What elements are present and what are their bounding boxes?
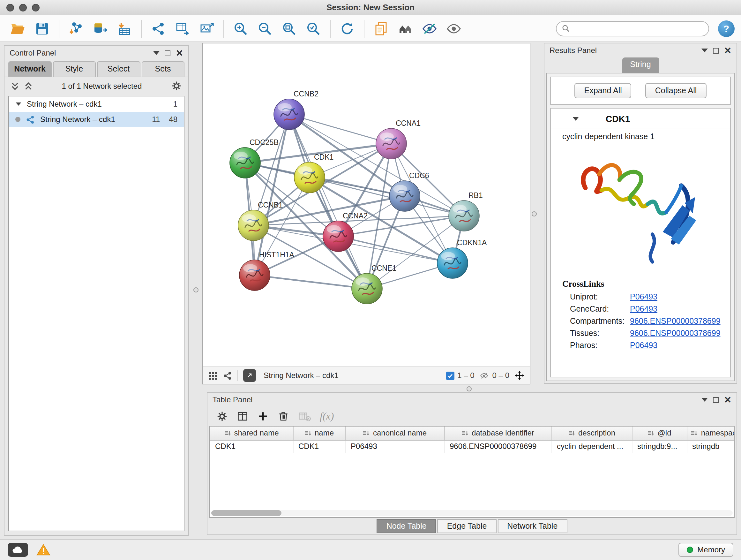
network-node-CDKN1A[interactable] [437,248,468,278]
panel-menu-icon[interactable] [153,51,160,55]
save-session-button[interactable] [30,17,54,39]
function-builder-button[interactable]: f(x) [320,411,334,422]
zoom-out-button[interactable] [253,17,276,39]
import-network-file-button[interactable] [64,17,87,39]
cell-database-identifier[interactable]: 9606.ENSP00000378699 [444,440,551,453]
crosslink-link[interactable]: 9606.ENSP00000378699 [630,317,721,326]
export-table-button[interactable] [171,17,194,39]
search-field[interactable] [556,21,709,36]
protein-card-header[interactable]: CDK1 [551,109,730,128]
first-neighbors-button[interactable] [394,17,417,39]
network-node-CCNB1[interactable] [238,210,269,241]
tab-string[interactable]: String [622,57,659,73]
horizontal-scrollbar[interactable] [211,510,733,516]
tab-select[interactable]: Select [97,61,140,77]
zoom-selected-button[interactable] [302,17,325,39]
network-node-CDC6[interactable] [389,181,420,211]
detach-view-button[interactable] [243,369,256,382]
splitter-handle[interactable] [193,287,199,293]
help-button[interactable]: ? [718,20,735,37]
collection-expander-icon[interactable] [16,103,21,106]
close-panel-icon[interactable]: ✕ [724,46,731,55]
column-header[interactable]: database identifier [444,427,551,440]
tab-style[interactable]: Style [53,61,96,77]
show-all-button[interactable] [442,17,465,39]
grid-view-icon[interactable] [208,371,218,380]
warnings-button[interactable] [35,542,52,557]
tab-node-table[interactable]: Node Table [377,519,436,533]
splitter-handle[interactable] [532,211,537,216]
network-edge[interactable] [338,236,453,263]
network-node-CCNA1[interactable] [376,128,407,159]
table-row[interactable]: CDK1 CDK1 P06493 9606.ENSP00000378699 cy… [210,440,735,453]
collapse-all-icon[interactable] [11,81,19,90]
cell-namespace[interactable]: stringdb [687,440,735,453]
network-edge[interactable] [289,114,391,144]
delete-table-icon[interactable] [298,411,311,422]
crosslink-link[interactable]: P06493 [630,305,657,314]
float-panel-icon[interactable] [713,397,719,402]
network-canvas[interactable]: CCNB2CCNA1CDC25BCDK1CDC6RB1CCNB1CCNA2CDK… [203,44,530,367]
table-options-gear-icon[interactable] [216,411,228,422]
cell-description[interactable]: cyclin-dependent ... [551,440,632,453]
column-header[interactable]: name [293,427,345,440]
tab-edge-table[interactable]: Edge Table [437,519,496,533]
crosslink-link[interactable]: P06493 [630,293,657,301]
cell-at-id[interactable]: stringdb:9... [632,440,687,453]
column-header[interactable]: description [551,427,632,440]
column-header[interactable]: canonical name [345,427,444,440]
show-columns-icon[interactable] [237,411,248,422]
panel-menu-icon[interactable] [702,398,708,401]
column-header[interactable]: @id [632,427,687,440]
expand-all-icon[interactable] [24,81,32,90]
splitter-handle[interactable] [467,386,472,391]
memory-button[interactable]: Memory [678,543,733,557]
section-expander-icon[interactable] [572,117,579,121]
pan-crosshair-icon[interactable] [515,370,525,381]
network-node-CDC25B[interactable] [230,147,260,178]
network-node-HIST1H1A[interactable] [239,260,270,291]
copy-clipboard-button[interactable] [369,17,393,39]
export-image-button[interactable] [195,17,218,39]
close-panel-icon[interactable]: ✕ [724,395,731,404]
network-row-selected[interactable]: String Network – cdk1 11 48 [9,112,184,127]
import-table-button[interactable] [113,17,136,39]
close-panel-icon[interactable]: ✕ [176,49,183,57]
import-network-database-button[interactable] [89,17,112,39]
selection-checkbox-icon[interactable] [446,371,454,380]
tab-network-table[interactable]: Network Table [497,519,567,533]
refresh-view-button[interactable] [336,17,359,39]
crosslink-link[interactable]: P06493 [630,341,657,350]
open-session-button[interactable] [6,17,29,39]
tab-sets[interactable]: Sets [141,61,185,77]
network-node-RB1[interactable] [449,200,479,231]
add-column-icon[interactable] [257,411,269,422]
cloud-status-button[interactable] [8,543,28,557]
network-node-CCNE1[interactable] [352,273,382,304]
cell-shared-name[interactable]: CDK1 [210,440,293,453]
tab-network[interactable]: Network [8,61,51,77]
network-node-CDK1[interactable] [294,162,325,193]
network-options-gear-icon[interactable] [171,80,182,91]
cell-canonical-name[interactable]: P06493 [345,440,444,453]
column-header[interactable]: namespac [687,427,735,440]
collapse-all-button[interactable]: Collapse All [646,83,706,98]
network-node-CCNB2[interactable] [274,99,305,130]
network-collection-row[interactable]: String Network – cdk1 1 [9,97,184,112]
scrollbar-thumb[interactable] [211,510,281,516]
zoom-in-button[interactable] [229,17,252,39]
delete-column-trash-icon[interactable] [278,411,289,422]
network-edge[interactable] [289,114,367,289]
panel-menu-icon[interactable] [702,49,708,52]
hide-selected-button[interactable] [418,17,441,39]
cell-name[interactable]: CDK1 [293,440,345,453]
crosslink-link[interactable]: 9606.ENSP00000378699 [630,329,721,338]
search-input[interactable] [574,24,703,33]
expand-all-button[interactable]: Expand All [575,83,631,98]
zoom-fit-button[interactable] [278,17,300,39]
export-network-button[interactable] [147,17,170,39]
column-header[interactable]: shared name [210,427,293,440]
float-panel-icon[interactable] [713,48,719,53]
float-panel-icon[interactable] [165,50,171,56]
network-list-icon[interactable] [223,371,232,380]
